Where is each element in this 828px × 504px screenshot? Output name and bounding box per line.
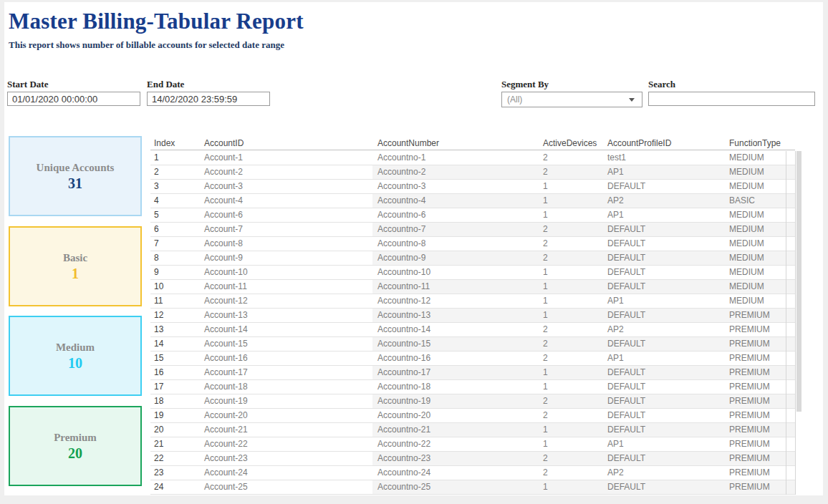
cell-activedevices[interactable]: 2: [539, 151, 603, 165]
cell-functiontype[interactable]: PREMIUM: [725, 423, 786, 437]
table-row[interactable]: 17Account-18Accountno-181DEFAULTPREMIUM: [150, 380, 795, 394]
table-row[interactable]: 20Account-21Accountno-211DEFAULTPREMIUM: [150, 423, 795, 437]
cell-accountid[interactable]: Account-7: [201, 223, 372, 236]
cell-accountid[interactable]: Account-11: [201, 280, 372, 294]
cell-index[interactable]: 23: [150, 466, 201, 480]
cell-accountprofileid[interactable]: DEFAULT: [603, 309, 725, 322]
cell-index[interactable]: 16: [150, 366, 201, 379]
cell-accountprofileid[interactable]: AP1: [603, 437, 725, 451]
cell-index[interactable]: 2: [150, 165, 201, 179]
cell-index[interactable]: 20: [150, 423, 201, 437]
table-row[interactable]: 18Account-19Accountno-192DEFAULTPREMIUM: [150, 394, 795, 409]
cell-activedevices[interactable]: 1: [539, 280, 603, 294]
cell-accountnumber[interactable]: Accountno-9: [372, 251, 539, 265]
cell-activedevices[interactable]: 1: [539, 309, 603, 322]
table-row[interactable]: 24Account-25Accountno-251DEFAULTPREMIUM: [150, 480, 795, 495]
cell-functiontype[interactable]: PREMIUM: [725, 452, 786, 465]
table-row[interactable]: 1Account-1Accountno-12test1MEDIUM: [150, 151, 795, 165]
cell-activedevices[interactable]: 2: [539, 323, 603, 336]
cell-functiontype[interactable]: MEDIUM: [725, 223, 786, 236]
cell-accountprofileid[interactable]: DEFAULT: [603, 394, 725, 408]
cell-index[interactable]: 12: [150, 309, 201, 322]
cell-accountnumber[interactable]: Accountno-2: [372, 165, 539, 179]
column-header-accountnumber[interactable]: AccountNumber: [372, 138, 539, 150]
cell-accountid[interactable]: Account-12: [201, 294, 372, 308]
cell-functiontype[interactable]: MEDIUM: [725, 280, 786, 294]
cell-index[interactable]: 9: [150, 266, 201, 279]
cell-index[interactable]: 11: [150, 294, 201, 308]
cell-accountnumber[interactable]: Accountno-4: [372, 194, 539, 208]
cell-accountnumber[interactable]: Accountno-11: [372, 280, 539, 294]
cell-accountnumber[interactable]: Accountno-23: [372, 452, 539, 465]
table-row[interactable]: 9Account-10Accountno-101DEFAULTMEDIUM: [150, 266, 795, 280]
cell-activedevices[interactable]: 1: [539, 294, 603, 308]
cell-accountprofileid[interactable]: AP1: [603, 208, 725, 222]
cell-activedevices[interactable]: 1: [539, 180, 603, 193]
cell-accountid[interactable]: Account-15: [201, 337, 372, 351]
cell-index[interactable]: 15: [150, 352, 201, 365]
cell-functiontype[interactable]: MEDIUM: [725, 294, 786, 308]
cell-accountid[interactable]: Account-25: [201, 480, 372, 494]
cell-index[interactable]: 14: [150, 337, 201, 351]
cell-accountid[interactable]: Account-1: [201, 151, 372, 165]
cell-accountprofileid[interactable]: DEFAULT: [603, 266, 725, 279]
table-row[interactable]: 4Account-4Accountno-41AP2BASIC: [150, 194, 795, 208]
cell-activedevices[interactable]: 1: [539, 366, 603, 379]
cell-index[interactable]: 5: [150, 208, 201, 222]
cell-accountid[interactable]: Account-19: [201, 394, 372, 408]
cell-accountprofileid[interactable]: DEFAULT: [603, 409, 725, 422]
cell-functiontype[interactable]: PREMIUM: [725, 366, 786, 379]
cell-accountid[interactable]: Account-6: [201, 208, 372, 222]
table-row[interactable]: 11Account-12Accountno-121AP1MEDIUM: [150, 294, 795, 309]
summary-card-premium[interactable]: Premium20: [9, 406, 142, 486]
cell-functiontype[interactable]: PREMIUM: [725, 309, 786, 322]
cell-accountnumber[interactable]: Accountno-10: [372, 266, 539, 279]
cell-activedevices[interactable]: 2: [539, 251, 603, 265]
cell-functiontype[interactable]: PREMIUM: [725, 394, 786, 408]
table-row[interactable]: 14Account-15Accountno-152DEFAULTPREMIUM: [150, 337, 795, 352]
table-row[interactable]: 12Account-13Accountno-131DEFAULTPREMIUM: [150, 309, 795, 323]
cell-accountid[interactable]: Account-18: [201, 380, 372, 394]
cell-accountid[interactable]: Account-13: [201, 309, 372, 322]
cell-activedevices[interactable]: 2: [539, 352, 603, 365]
cell-activedevices[interactable]: 2: [539, 237, 603, 251]
cell-accountprofileid[interactable]: DEFAULT: [603, 223, 725, 236]
table-row[interactable]: 10Account-11Accountno-111DEFAULTMEDIUM: [150, 280, 795, 294]
cell-accountnumber[interactable]: Accountno-3: [372, 180, 539, 193]
table-row[interactable]: 23Account-24Accountno-242AP2PREMIUM: [150, 466, 795, 480]
table-row[interactable]: 3Account-3Accountno-31DEFAULTMEDIUM: [150, 180, 795, 194]
cell-functiontype[interactable]: PREMIUM: [725, 337, 786, 351]
table-row[interactable]: 8Account-9Accountno-92DEFAULTMEDIUM: [150, 251, 795, 266]
cell-activedevices[interactable]: 1: [539, 194, 603, 208]
cell-activedevices[interactable]: 1: [539, 437, 603, 451]
table-row[interactable]: 2Account-2Accountno-22AP1MEDIUM: [150, 165, 795, 180]
cell-accountid[interactable]: Account-2: [201, 165, 372, 179]
cell-accountprofileid[interactable]: AP2: [603, 194, 725, 208]
cell-index[interactable]: 8: [150, 251, 201, 265]
cell-accountnumber[interactable]: Accountno-22: [372, 437, 539, 451]
cell-functiontype[interactable]: MEDIUM: [725, 180, 786, 193]
cell-accountid[interactable]: Account-23: [201, 452, 372, 465]
cell-accountprofileid[interactable]: test1: [603, 151, 725, 165]
cell-functiontype[interactable]: BASIC: [725, 194, 786, 208]
cell-accountid[interactable]: Account-3: [201, 180, 372, 193]
table-row[interactable]: 22Account-23Accountno-232DEFAULTPREMIUM: [150, 452, 795, 466]
cell-accountprofileid[interactable]: AP1: [603, 352, 725, 365]
cell-accountprofileid[interactable]: AP1: [603, 165, 725, 179]
cell-accountnumber[interactable]: Accountno-15: [372, 337, 539, 351]
column-header-accountid[interactable]: AccountID: [201, 138, 372, 150]
table-row[interactable]: 5Account-6Accountno-61AP1MEDIUM: [150, 208, 795, 223]
table-row[interactable]: 21Account-22Accountno-221AP1PREMIUM: [150, 437, 795, 452]
cell-functiontype[interactable]: MEDIUM: [725, 251, 786, 265]
cell-accountid[interactable]: Account-17: [201, 366, 372, 379]
cell-accountprofileid[interactable]: DEFAULT: [603, 237, 725, 251]
table-scrollbar-thumb[interactable]: [796, 151, 801, 412]
cell-functiontype[interactable]: MEDIUM: [725, 151, 786, 165]
cell-accountnumber[interactable]: Accountno-21: [372, 423, 539, 437]
cell-index[interactable]: 22: [150, 452, 201, 465]
segment-by-select[interactable]: (All): [501, 92, 642, 107]
cell-functiontype[interactable]: PREMIUM: [725, 466, 786, 480]
table-row[interactable]: 16Account-17Accountno-171DEFAULTPREMIUM: [150, 366, 795, 380]
cell-index[interactable]: 1: [150, 151, 201, 165]
cell-accountprofileid[interactable]: DEFAULT: [603, 366, 725, 379]
